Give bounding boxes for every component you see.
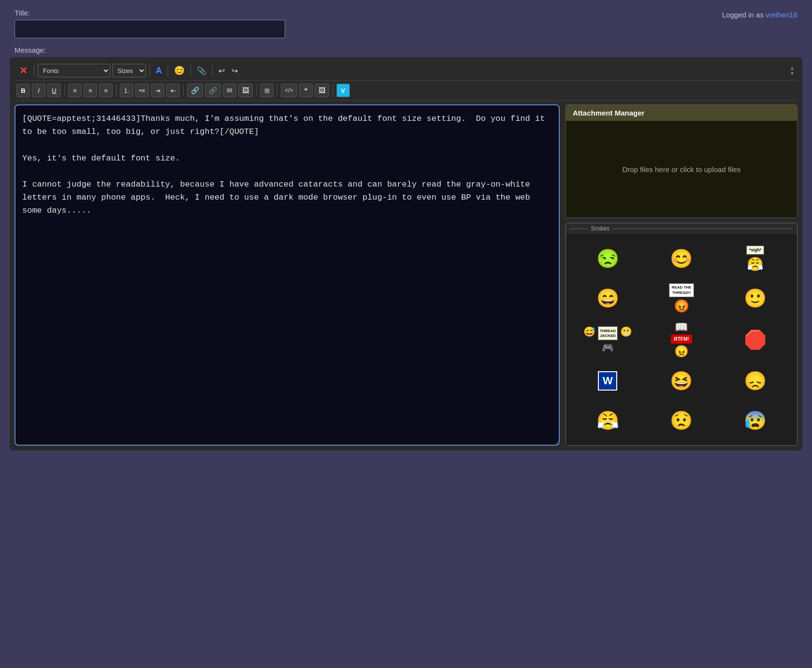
smilies-title: Smilies [566, 223, 797, 234]
scroll-up-icon[interactable]: ▲ [790, 65, 795, 71]
align-center-button[interactable]: ≡ [84, 84, 97, 97]
separator-4 [190, 65, 191, 76]
align-right-button[interactable]: ≡ [99, 84, 113, 97]
smiley-annoyed[interactable]: 😒 [574, 242, 642, 276]
scroll-area: ▲ ▼ [789, 64, 796, 77]
italic-button[interactable]: I [32, 84, 45, 97]
smiley-disappointed[interactable]: 😟 [648, 404, 716, 437]
message-label: Message: [0, 43, 812, 57]
smiley-fuming[interactable]: 😤 [574, 404, 642, 437]
editor-content-area: [QUOTE=apptest;31446433]Thanks much, I'm… [14, 104, 798, 446]
indent-out-button[interactable]: ⇤ [166, 84, 180, 97]
smilies-grid: 😒 😊 *sigh* 😤 😄 [566, 234, 797, 445]
redo-button[interactable]: ↪ [229, 64, 240, 77]
image-button[interactable]: 🖼 [238, 84, 253, 97]
separator-8 [183, 85, 184, 96]
title-label: Title: [14, 9, 285, 17]
thread-jacked-group: 😅 THREADJACKED 😬 [583, 326, 632, 341]
message-textarea[interactable]: [QUOTE=apptest;31446433]Thanks much, I'm… [14, 104, 560, 446]
sigh-sign: *sigh* [746, 245, 765, 255]
toolbar-row2: B I U ≡ ≡ ≡ 1. •≡ ⇥ ⇤ 🔗 🔗 [14, 81, 798, 101]
font-select[interactable]: Fonts [38, 64, 110, 77]
bold-button[interactable]: B [16, 84, 30, 97]
size-select[interactable]: Sizes [112, 64, 146, 77]
right-panel: Attachment Manager Drop files here or cl… [566, 104, 798, 446]
smiley-readthread[interactable]: READ THETHREAD!! 😡 [648, 281, 716, 315]
smiley-sad-face[interactable]: 😞 [721, 364, 789, 398]
attachment-title-bar: Attachment Manager [566, 105, 797, 121]
email-button[interactable]: ✉ [223, 84, 236, 97]
media-button[interactable]: 🖼 [315, 84, 329, 97]
smiley-button[interactable]: 😊 [172, 64, 187, 77]
font-color-button[interactable]: A [153, 64, 164, 77]
separator-7 [116, 85, 116, 96]
toolbar-row1: ✕ Fonts Sizes A 😊 📎 ↩ ↪ ▲ ▼ [14, 62, 798, 81]
login-info: Logged in as vreihen16 [722, 9, 798, 19]
smiley-rtfm[interactable]: 📖 RTFM! 😠 [648, 321, 716, 358]
separator-9 [256, 85, 257, 96]
list-ordered-button[interactable]: 1. [120, 84, 133, 97]
separator-2 [149, 65, 150, 76]
smiley-grin[interactable]: 😄 [574, 281, 642, 315]
close-button[interactable]: ✕ [16, 64, 30, 77]
separator-6 [64, 85, 65, 96]
attachment-drop-zone[interactable]: Drop files here or click to upload files [566, 121, 797, 218]
smilies-section: Smilies 😒 😊 *sigh* 😤 [566, 223, 798, 446]
list-unordered-button[interactable]: •≡ [135, 84, 149, 97]
title-input[interactable] [14, 20, 285, 38]
rtfm-sign: RTFM! [671, 334, 692, 344]
separator-3 [168, 65, 168, 76]
smiley-happy[interactable]: 😆 [648, 364, 716, 398]
smiley-sigh[interactable]: *sigh* 😤 [721, 242, 789, 276]
smiley-worried[interactable]: 😰 [721, 404, 789, 437]
separator-10 [277, 85, 277, 96]
separator-11 [333, 85, 333, 96]
unlink-button[interactable]: 🔗 [205, 84, 221, 97]
indent-in-button[interactable]: ⇥ [151, 84, 164, 97]
smiley-smile-yellow[interactable]: 🙂 [721, 281, 789, 315]
separator-5 [212, 65, 213, 76]
underline-button[interactable]: U [47, 84, 61, 97]
align-left-button[interactable]: ≡ [68, 84, 82, 97]
code-button[interactable]: </> [281, 84, 297, 97]
smiley-word[interactable]: W [574, 364, 642, 398]
w-icon: W [598, 371, 617, 391]
separator-1 [34, 65, 34, 76]
smiley-blue-smile[interactable]: 😊 [648, 242, 716, 276]
undo-button[interactable]: ↩ [216, 64, 227, 77]
attachment-button[interactable]: 📎 [194, 64, 209, 77]
vimeo-button[interactable]: V [336, 84, 350, 97]
quote-button[interactable]: ❝ [299, 84, 313, 97]
smiley-stop[interactable]: 🛑 [721, 321, 789, 358]
table-button[interactable]: ⊞ [260, 84, 274, 97]
smiley-threadjacked[interactable]: 😅 THREADJACKED 😬 🎮 [574, 321, 642, 358]
scroll-down-icon[interactable]: ▼ [790, 71, 795, 76]
attachment-manager[interactable]: Attachment Manager Drop files here or cl… [566, 104, 798, 218]
link-button[interactable]: 🔗 [187, 84, 203, 97]
editor-container: ✕ Fonts Sizes A 😊 📎 ↩ ↪ ▲ ▼ [10, 57, 802, 450]
username-link[interactable]: vreihen16 [766, 11, 798, 19]
readthread-sign: READ THETHREAD!! [668, 283, 695, 298]
